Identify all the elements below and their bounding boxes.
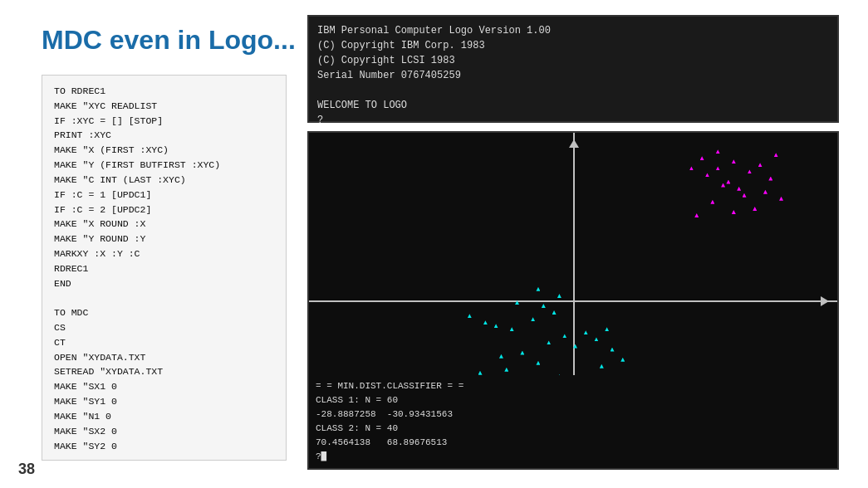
cyan-dot — [542, 304, 546, 308]
code-content: TO RDREC1 MAKE "XYC READLIST IF :XYC = [… — [54, 84, 274, 453]
magenta-dot — [748, 169, 752, 173]
cyan-dot — [483, 320, 488, 325]
magenta-dot — [721, 183, 725, 188]
magenta-dot — [716, 166, 720, 170]
magenta-dot — [737, 187, 741, 191]
terminal-welcome: IBM Personal Computer Logo Version 1.00 … — [307, 15, 839, 123]
cyan-dot — [547, 340, 551, 344]
magenta-dot — [732, 210, 736, 214]
magenta-dot — [758, 163, 763, 167]
cyan-dot — [520, 351, 524, 355]
magenta-dot — [710, 200, 714, 204]
magenta-dot — [705, 173, 709, 177]
magenta-dot — [689, 166, 694, 170]
slide-number: 38 — [18, 461, 35, 478]
cyan-dot — [605, 327, 609, 331]
magenta-dot — [716, 149, 720, 154]
cyan-dot — [600, 364, 604, 368]
graph-canvas: = = MIN.DIST.CLASSIFIER = = CLASS 1: N =… — [309, 133, 837, 468]
cyan-dot — [468, 314, 472, 318]
slide: MDC even in Logo... TO RDREC1 MAKE "XYC … — [0, 0, 868, 488]
magenta-dot — [726, 180, 730, 184]
cyan-dot — [562, 334, 566, 338]
magenta-dot — [768, 177, 772, 181]
magenta-dot — [694, 213, 699, 217]
magenta-dot — [753, 207, 757, 211]
cyan-dot — [611, 348, 615, 352]
y-axis-arrow — [569, 139, 579, 148]
code-panel: TO RDREC1 MAKE "XYC READLIST IF :XYC = [… — [42, 75, 287, 461]
cyan-dot — [557, 294, 562, 298]
cyan-dot — [499, 354, 503, 359]
cyan-dot — [510, 327, 514, 331]
slide-title: MDC even in Logo... — [42, 25, 296, 56]
cyan-dot — [536, 361, 540, 365]
cyan-dot — [531, 317, 535, 321]
graph-bottom-text: = = MIN.DIST.CLASSIFIER = = CLASS 1: N =… — [309, 375, 837, 468]
cyan-dot — [536, 287, 540, 291]
magenta-dot — [779, 197, 783, 201]
cyan-dot — [594, 337, 598, 341]
magenta-dot — [774, 153, 778, 157]
cyan-dot — [620, 358, 625, 362]
terminal-graph: = = MIN.DIST.CLASSIFIER = = CLASS 1: N =… — [307, 131, 839, 470]
magenta-dot — [743, 193, 747, 198]
terminal-welcome-text: IBM Personal Computer Logo Version 1.00 … — [317, 23, 829, 128]
cyan-dot — [494, 324, 498, 328]
cyan-dot — [584, 330, 588, 334]
x-axis-arrow — [821, 296, 829, 306]
magenta-dot — [763, 190, 767, 194]
cyan-dot — [552, 310, 557, 315]
magenta-dot — [700, 156, 704, 160]
cyan-dot — [504, 368, 508, 372]
magenta-dot — [732, 159, 736, 163]
